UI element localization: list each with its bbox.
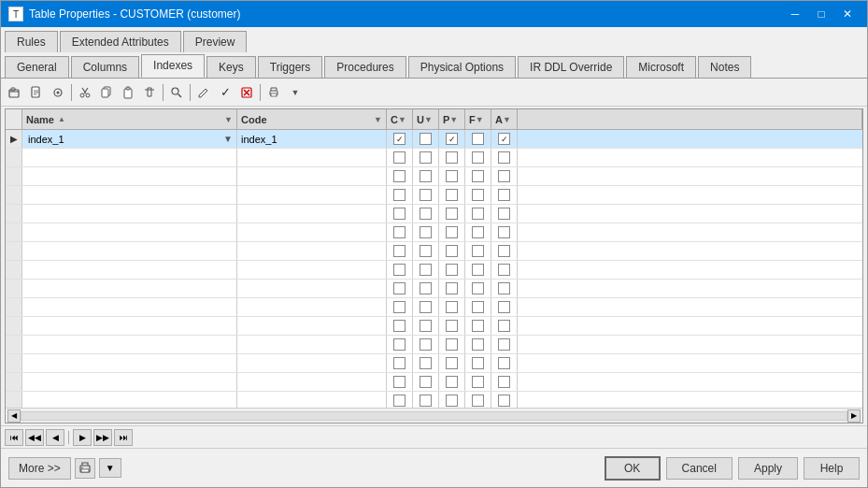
row-name[interactable] [22,373,237,391]
row-c-checkbox[interactable] [387,242,413,260]
row-a-checkbox[interactable] [491,205,518,222]
a-checkbox-inner[interactable] [498,301,510,313]
row-name[interactable] [22,317,237,335]
a-checkbox-inner[interactable] [498,395,510,407]
u-checkbox-inner[interactable] [420,226,432,238]
row-c-checkbox[interactable] [387,261,413,279]
tab-indexes[interactable]: Indexes [141,54,205,78]
p-checkbox-inner[interactable] [446,357,458,369]
row-u-checkbox[interactable] [413,205,439,222]
row-c-checkbox[interactable] [387,167,413,185]
toolbar-find-btn[interactable] [166,82,187,103]
row-name[interactable] [22,223,237,241]
row-f-checkbox[interactable] [465,354,491,372]
row-code[interactable] [237,354,387,372]
c-checkbox-inner[interactable] [393,151,406,164]
row-p-checkbox[interactable] [439,298,465,316]
row-p-checkbox[interactable] [439,336,465,353]
table-row[interactable] [6,354,862,373]
nav-first-btn[interactable]: ⏮ [5,429,23,446]
row-u-checkbox[interactable] [413,167,439,185]
a-checkbox-inner[interactable] [498,264,510,276]
row-p-checkbox[interactable] [439,242,465,260]
a-checkbox-inner[interactable] [498,208,510,220]
row-a-checkbox[interactable] [491,317,518,335]
row-c-checkbox[interactable] [387,130,413,148]
table-row[interactable] [6,167,862,186]
row-p-checkbox[interactable] [439,186,465,204]
row-p-checkbox[interactable] [439,130,465,148]
hscroll-left-btn[interactable]: ◀ [7,409,21,423]
c-checkbox-inner[interactable] [393,357,406,369]
table-row[interactable] [6,317,862,336]
nav-prev-fast-btn[interactable]: ◀◀ [25,429,44,446]
table-row[interactable]: ▶index_1▼index_1 [6,130,862,149]
p-checkbox-inner[interactable] [446,226,458,238]
p-checkbox-inner[interactable] [446,338,458,351]
row-u-checkbox[interactable] [413,130,439,148]
close-button[interactable]: ✕ [835,5,860,23]
row-a-checkbox[interactable] [491,298,518,316]
help-button[interactable]: Help [804,457,860,480]
row-u-checkbox[interactable] [413,280,439,297]
row-a-checkbox[interactable] [491,373,518,391]
row-a-checkbox[interactable] [491,130,518,148]
row-code[interactable] [237,261,387,279]
row-code[interactable] [237,392,387,408]
row-code[interactable] [237,167,387,185]
f-checkbox-inner[interactable] [472,320,484,332]
row-a-checkbox[interactable] [491,392,518,408]
c-checkbox-inner[interactable] [393,395,406,407]
row-code[interactable] [237,149,387,166]
table-row[interactable] [6,223,862,242]
minimize-button[interactable]: ─ [783,5,807,23]
f-checkbox-inner[interactable] [472,226,484,238]
p-checkbox-inner[interactable] [446,301,458,313]
row-u-checkbox[interactable] [413,242,439,260]
gh-u[interactable]: U ▼ [413,109,439,129]
gh-a[interactable]: A ▼ [491,109,518,129]
apply-button[interactable]: Apply [738,457,798,480]
row-u-checkbox[interactable] [413,373,439,391]
row-f-checkbox[interactable] [465,336,491,353]
gh-code[interactable]: Code ▼ [237,109,387,129]
p-checkbox-inner[interactable] [446,245,458,257]
row-p-checkbox[interactable] [439,205,465,222]
row-name[interactable] [22,298,237,316]
row-u-checkbox[interactable] [413,392,439,408]
u-checkbox-inner[interactable] [420,264,432,276]
c-checkbox-inner[interactable] [393,301,406,313]
row-f-checkbox[interactable] [465,149,491,166]
row-code[interactable] [237,205,387,222]
toolbar-error-btn[interactable] [236,82,257,103]
f-checkbox-inner[interactable] [472,282,484,294]
a-checkbox-inner[interactable] [498,357,510,369]
u-checkbox-inner[interactable] [420,208,432,220]
row-f-checkbox[interactable] [465,167,491,185]
table-row[interactable] [6,392,862,408]
toolbar-check-btn[interactable]: ✓ [215,82,235,103]
row-u-checkbox[interactable] [413,223,439,241]
more-button[interactable]: More >> [8,457,71,480]
row-f-checkbox[interactable] [465,130,491,148]
a-checkbox-inner[interactable] [498,226,510,238]
row-c-checkbox[interactable] [387,392,413,408]
f-checkbox-inner[interactable] [472,170,484,182]
a-checkbox-inner[interactable] [498,282,510,294]
row-name[interactable] [22,242,237,260]
tab-triggers[interactable]: Triggers [258,56,323,78]
row-u-checkbox[interactable] [413,298,439,316]
c-checkbox-inner[interactable] [393,170,406,182]
table-row[interactable] [6,205,862,223]
toolbar-copy-btn[interactable] [96,82,117,103]
row-u-checkbox[interactable] [413,354,439,372]
toolbar-new-btn[interactable] [26,82,47,103]
p-checkbox-inner[interactable] [446,320,458,332]
p-checkbox-inner[interactable] [446,376,458,388]
ok-button[interactable]: OK [605,456,661,481]
f-checkbox-inner[interactable] [472,357,484,369]
row-name[interactable] [22,392,237,408]
table-row[interactable] [6,261,862,280]
c-checkbox-inner[interactable] [393,133,406,145]
u-checkbox-inner[interactable] [420,245,432,257]
